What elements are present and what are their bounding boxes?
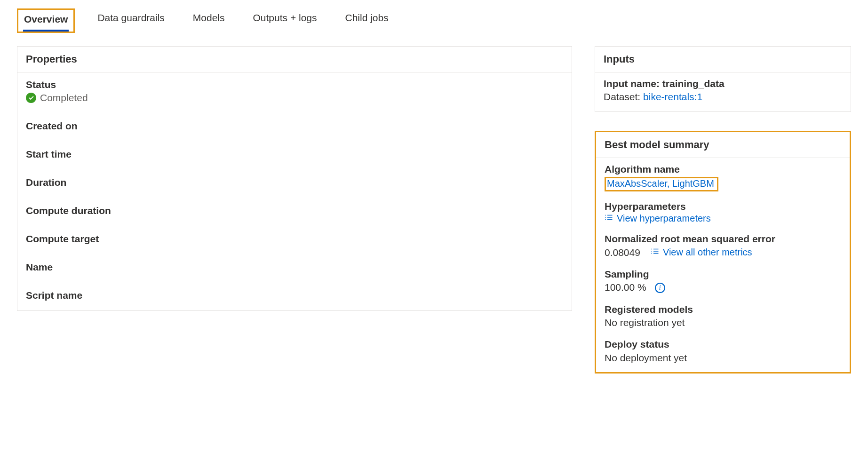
duration-label: Duration — [26, 177, 563, 188]
script-name-label: Script name — [26, 290, 563, 301]
compute-target-label: Compute target — [26, 233, 563, 245]
registered-models-value: No registration yet — [605, 316, 841, 329]
tabs-bar: Overview Data guardrails Models Outputs … — [17, 8, 851, 33]
nrmse-value: 0.08049 — [605, 246, 640, 259]
view-hyperparameters-link[interactable]: View hyperparameters — [617, 213, 711, 224]
registered-models-label: Registered models — [605, 303, 841, 316]
view-metrics-link[interactable]: View all other metrics — [663, 247, 752, 258]
check-circle-icon — [26, 93, 36, 103]
nrmse-label: Normalized root mean squared error — [605, 232, 841, 246]
status-label: Status — [26, 79, 563, 90]
properties-title: Properties — [17, 47, 572, 72]
status-value: Completed — [40, 92, 88, 103]
hyperparameters-label: Hyperparameters — [605, 200, 841, 213]
name-label: Name — [26, 262, 563, 273]
deploy-status-label: Deploy status — [605, 338, 841, 351]
info-icon[interactable]: i — [655, 283, 665, 293]
tab-data-guardrails[interactable]: Data guardrails — [92, 8, 170, 33]
list-icon — [651, 247, 659, 258]
inputs-title: Inputs — [595, 47, 851, 72]
input-name-label: Input name: — [604, 78, 662, 89]
best-model-title: Best model summary — [596, 132, 850, 158]
algorithm-label: Algorithm name — [605, 163, 841, 176]
compute-duration-label: Compute duration — [26, 205, 563, 216]
dataset-link[interactable]: bike-rentals:1 — [643, 91, 702, 102]
input-name-value: training_data — [662, 78, 725, 89]
dataset-label: Dataset: — [604, 91, 643, 102]
properties-panel: Properties Status Completed Created on S — [17, 46, 572, 311]
deploy-status-value: No deployment yet — [605, 351, 841, 365]
list-icon — [605, 213, 613, 224]
sampling-label: Sampling — [605, 268, 841, 281]
created-on-label: Created on — [26, 120, 563, 132]
tab-child-jobs[interactable]: Child jobs — [340, 8, 394, 33]
algorithm-link[interactable]: MaxAbsScaler, LightGBM — [607, 178, 714, 189]
inputs-panel: Inputs Input name: training_data Dataset… — [595, 46, 851, 112]
tab-models[interactable]: Models — [187, 8, 231, 33]
best-model-panel: Best model summary Algorithm name MaxAbs… — [595, 131, 851, 374]
tab-overview[interactable]: Overview — [17, 8, 75, 33]
sampling-value: 100.00 % — [605, 281, 646, 294]
tab-outputs-logs[interactable]: Outputs + logs — [247, 8, 323, 33]
start-time-label: Start time — [26, 149, 563, 160]
